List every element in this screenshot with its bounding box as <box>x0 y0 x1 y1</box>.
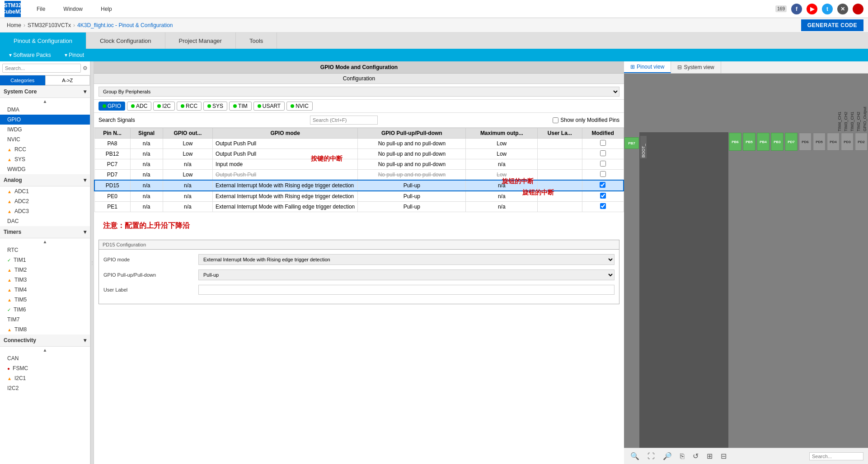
tab-project[interactable]: Project Manager <box>165 32 236 49</box>
cell-modified[interactable] <box>582 170 624 181</box>
sidebar-item-tim4[interactable]: TIM4 <box>0 285 90 295</box>
menu-window[interactable]: Window <box>61 4 85 14</box>
table-row[interactable]: PD7 n/a Low Output Push Pull No pull-up … <box>94 170 624 181</box>
search-input[interactable] <box>2 64 81 73</box>
signals-search-input[interactable] <box>310 116 378 125</box>
pin-pb6[interactable]: PB6 <box>729 133 741 151</box>
pin-pd5[interactable]: PD5 <box>813 133 826 151</box>
cell-modified[interactable] <box>582 202 624 212</box>
sidebar-item-tim7[interactable]: TIM7 <box>0 315 90 325</box>
sidebar-item-rcc[interactable]: RCC <box>0 144 90 154</box>
twitter-icon[interactable]: t <box>822 4 833 14</box>
sidebar-item-iwdg[interactable]: IWDG <box>0 125 90 135</box>
panel-divider[interactable]: ⋮ <box>90 61 94 464</box>
breadcrumb-home[interactable]: Home <box>5 22 23 28</box>
sidebar-item-adc3[interactable]: ADC3 <box>0 206 90 216</box>
tab-pinout-view[interactable]: ⊞ Pinout view <box>624 61 671 73</box>
settings-icon[interactable]: ⚙ <box>83 65 88 71</box>
st-icon[interactable] <box>853 4 863 14</box>
pin-pd2[interactable]: PD2 <box>855 133 868 151</box>
sidebar-item-gpio[interactable]: GPIO <box>0 115 90 125</box>
breadcrumb-device[interactable]: STM32F103VCTx <box>25 22 73 28</box>
sidebar-item-tim5[interactable]: TIM5 <box>0 295 90 305</box>
table-row[interactable]: PA8 n/a Low Output Push Pull No pull-up … <box>94 139 624 149</box>
pin-pb7[interactable]: PB7 <box>624 137 639 149</box>
zoom-out-btn[interactable]: 🔎 <box>661 451 674 461</box>
share-icon[interactable]: ✕ <box>837 4 848 14</box>
sidebar-item-dac[interactable]: DAC <box>0 216 90 226</box>
tab-pinout[interactable]: Pinout & Configuration <box>0 32 86 49</box>
sidebar-item-tim2[interactable]: TIM2 <box>0 265 90 275</box>
rotate-btn[interactable]: ↺ <box>691 451 700 461</box>
filter-i2c[interactable]: I2C <box>153 102 175 111</box>
section-timers[interactable]: Timers ▾ <box>0 226 90 238</box>
tab-clock[interactable]: Clock Configuration <box>86 32 165 49</box>
sidebar-item-fsmc[interactable]: FSMC <box>0 363 90 373</box>
filter-nvic[interactable]: NVIC <box>286 102 313 111</box>
sidebar-item-sys[interactable]: SYS <box>0 154 90 164</box>
sidebar-item-tim6[interactable]: TIM6 <box>0 305 90 315</box>
sidebar-item-adc2[interactable]: ADC2 <box>0 196 90 206</box>
scroll-up-connectivity[interactable]: ▲ <box>0 347 90 353</box>
sidebar-item-i2c1[interactable]: I2C1 <box>0 373 90 383</box>
sub-tab-software[interactable]: ▾ Software Packs <box>9 52 51 58</box>
grid-btn[interactable]: ⊟ <box>719 451 728 461</box>
tab-tools[interactable]: Tools <box>236 32 277 49</box>
zoom-in-btn[interactable]: 🔍 <box>629 451 641 461</box>
sidebar-item-tim1[interactable]: TIM1 <box>0 255 90 265</box>
menu-help[interactable]: Help <box>99 4 114 14</box>
gpio-mode-select[interactable]: External Interrupt Mode with Rising edge… <box>198 254 615 265</box>
filter-adc[interactable]: ADC <box>127 102 151 111</box>
section-analog[interactable]: Analog ▾ <box>0 174 90 186</box>
tab-system-view[interactable]: ⊟ System view <box>671 61 721 73</box>
sidebar-item-i2c2[interactable]: I2C2 <box>0 383 90 393</box>
menu-file[interactable]: File <box>34 4 47 14</box>
breadcrumb-file[interactable]: 4K3D_flight.ioc - Pinout & Configuration <box>75 22 175 28</box>
sub-tab-pinout[interactable]: ▾ Pinout <box>65 52 84 58</box>
table-row-pd15[interactable]: PD15 n/a n/a External Interrupt Mode wit… <box>94 180 624 191</box>
cell-modified[interactable] <box>582 159 624 170</box>
sidebar-item-tim8[interactable]: TIM8 <box>0 325 90 334</box>
table-row[interactable]: PB12 n/a Low Output Push Pull No pull-up… <box>94 149 624 159</box>
cell-modified[interactable] <box>582 149 624 159</box>
filter-rcc[interactable]: RCC <box>177 102 202 111</box>
pin-pb5[interactable]: PB5 <box>743 133 755 151</box>
facebook-icon[interactable]: f <box>791 4 802 14</box>
tab-categories[interactable]: Categories <box>0 75 45 85</box>
table-row-pe0[interactable]: PE0 n/a n/a External Interrupt Mode with… <box>94 191 624 202</box>
pin-pd7-right[interactable]: PD7 <box>785 133 798 151</box>
pin-pd3[interactable]: PD3 <box>841 133 854 151</box>
sidebar-item-tim3[interactable]: TIM3 <box>0 275 90 285</box>
pin-pd4[interactable]: PD4 <box>827 133 840 151</box>
show-modified-checkbox[interactable] <box>553 117 558 123</box>
section-connectivity[interactable]: Connectivity ▾ <box>0 334 90 347</box>
cell-modified[interactable] <box>582 139 624 149</box>
split-btn[interactable]: ⊞ <box>705 451 714 461</box>
copy-btn[interactable]: ⎘ <box>678 451 686 461</box>
sidebar-item-nvic[interactable]: NVIC <box>0 135 90 144</box>
scroll-up-timers[interactable]: ▲ <box>0 238 90 245</box>
sidebar-item-dma[interactable]: DMA <box>0 105 90 115</box>
cell-modified[interactable] <box>582 191 624 202</box>
filter-gpio[interactable]: GPIO <box>99 102 125 111</box>
sidebar-item-adc1[interactable]: ADC1 <box>0 186 90 196</box>
pin-pd6[interactable]: PD6 <box>799 133 812 151</box>
sidebar-item-rtc[interactable]: RTC <box>0 245 90 255</box>
group-by-select[interactable]: Group By Peripherals <box>99 87 619 97</box>
zoom-search-input[interactable] <box>809 452 863 460</box>
sidebar-item-can[interactable]: CAN <box>0 353 90 363</box>
filter-usart[interactable]: USART <box>253 102 285 111</box>
tab-az[interactable]: A->Z <box>45 75 90 85</box>
pin-pb3[interactable]: PB3 <box>771 133 784 151</box>
section-system-core[interactable]: System Core ▾ <box>0 86 90 98</box>
scroll-up-system[interactable]: ▲ <box>0 98 90 105</box>
pin-pb4[interactable]: PB4 <box>757 133 769 151</box>
generate-code-button[interactable]: GENERATE CODE <box>801 19 863 31</box>
gpio-pull-select[interactable]: Pull-up <box>198 269 615 280</box>
youtube-icon[interactable]: ▶ <box>807 4 817 14</box>
sidebar-item-wwdg[interactable]: WWDG <box>0 164 90 174</box>
cell-modified[interactable] <box>582 180 624 191</box>
user-label-input[interactable] <box>198 285 615 295</box>
filter-tim[interactable]: TIM <box>229 102 252 111</box>
table-row-pe1[interactable]: PE1 n/a n/a External Interrupt Mode with… <box>94 202 624 212</box>
